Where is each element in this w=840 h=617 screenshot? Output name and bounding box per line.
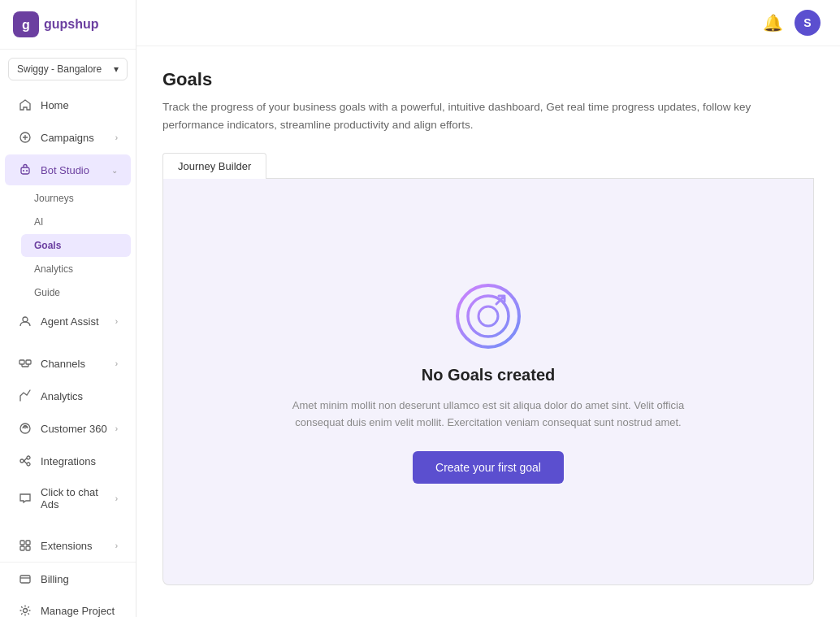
sidebar-item-home-label: Home	[41, 99, 118, 111]
svg-point-4	[23, 170, 24, 172]
agent-assist-icon	[18, 314, 32, 328]
sidebar-item-integrations[interactable]: Integrations	[5, 445, 131, 476]
logo-icon: g	[13, 11, 39, 37]
sidebar-item-bot-studio-label: Bot Studio	[41, 164, 103, 176]
sidebar-item-extensions[interactable]: Extensions ›	[5, 530, 131, 561]
customer360-chevron: ›	[115, 424, 118, 433]
sidebar-item-manage-project-label: Manage Project	[41, 605, 118, 617]
sidebar-sub-analytics[interactable]: Analytics	[21, 258, 131, 280]
sidebar-item-analytics[interactable]: Analytics	[5, 380, 131, 411]
svg-point-19	[24, 609, 28, 613]
click-to-chat-chevron: ›	[115, 494, 118, 503]
svg-point-22	[478, 306, 498, 326]
sidebar-item-analytics-label: Analytics	[41, 390, 118, 402]
sidebar-sub-goals[interactable]: Goals	[21, 234, 131, 257]
workspace-chevron: ▾	[114, 63, 119, 75]
no-goals-description: Amet minim mollit non deserunt ullamco e…	[285, 398, 691, 432]
svg-text:g: g	[22, 18, 30, 32]
svg-rect-8	[26, 360, 31, 364]
sidebar-bottom: Billing Manage Project	[0, 562, 136, 617]
page-content: Goals Track the progress of your busines…	[136, 46, 840, 617]
tab-journey-builder[interactable]: Journey Builder	[162, 153, 266, 179]
page-title: Goals	[162, 69, 814, 90]
bot-studio-icon	[18, 163, 32, 177]
campaigns-chevron: ›	[115, 133, 118, 142]
sidebar-item-channels[interactable]: Channels ›	[5, 348, 131, 379]
svg-point-13	[27, 463, 30, 466]
tab-bar: Journey Builder	[162, 153, 814, 179]
guide-label: Guide	[34, 287, 60, 298]
svg-rect-14	[20, 541, 24, 545]
sidebar-sub-journeys[interactable]: Journeys	[21, 187, 131, 210]
svg-point-10	[24, 426, 27, 428]
bot-studio-chevron: ⌄	[111, 166, 118, 175]
svg-point-11	[20, 459, 24, 463]
sidebar-item-manage-project[interactable]: Manage Project	[5, 595, 131, 617]
workspace-label: Swiggy - Bangalore	[17, 63, 102, 75]
customer360-icon	[18, 421, 32, 436]
sidebar-sub-ai[interactable]: AI	[21, 211, 131, 233]
page-description: Track the progress of your business goal…	[162, 98, 814, 133]
svg-rect-3	[21, 167, 29, 174]
sidebar-item-campaigns[interactable]: Campaigns ›	[5, 122, 131, 153]
sidebar-item-click-to-chat-label: Click to chat Ads	[41, 486, 107, 511]
billing-icon	[18, 571, 32, 586]
sidebar-item-agent-assist[interactable]: Agent Assist ›	[5, 306, 131, 337]
channels-icon	[18, 356, 32, 371]
svg-point-5	[26, 170, 28, 172]
no-goals-title: No Goals created	[422, 366, 556, 385]
extensions-chevron: ›	[115, 541, 118, 550]
svg-rect-18	[20, 576, 30, 583]
svg-rect-17	[26, 546, 30, 550]
goals-content-area: No Goals created Amet minim mollit non d…	[162, 179, 814, 585]
sidebar-item-home[interactable]: Home	[5, 89, 131, 120]
sidebar-item-channels-label: Channels	[41, 358, 107, 370]
sidebar-sub-guide[interactable]: Guide	[21, 281, 131, 304]
bot-studio-submenu: Journeys AI Goals Analytics Guide	[0, 186, 136, 305]
sidebar-item-agent-assist-label: Agent Assist	[41, 315, 107, 328]
svg-point-12	[27, 456, 30, 459]
home-icon	[18, 98, 32, 112]
agent-assist-chevron: ›	[115, 317, 118, 326]
manage-project-icon	[18, 603, 32, 617]
user-avatar[interactable]: S	[795, 10, 821, 36]
click-to-chat-icon	[18, 491, 32, 506]
logo-text: gupshup	[44, 17, 99, 32]
sidebar-item-billing-label: Billing	[41, 573, 118, 585]
svg-rect-15	[26, 541, 30, 545]
channels-chevron: ›	[115, 359, 118, 368]
sidebar-item-bot-studio[interactable]: Bot Studio ⌄	[5, 154, 131, 185]
no-goals-icon	[452, 280, 525, 353]
analytics-sub-label: Analytics	[34, 263, 73, 275]
sidebar-item-campaigns-label: Campaigns	[41, 132, 107, 144]
create-first-goal-button[interactable]: Create your first goal	[413, 451, 564, 484]
main-content: 🔔 S Goals Track the progress of your bus…	[136, 0, 840, 617]
tab-journey-builder-label: Journey Builder	[178, 160, 251, 172]
empty-state: No Goals created Amet minim mollit non d…	[253, 231, 724, 532]
svg-point-6	[23, 317, 28, 322]
svg-rect-16	[20, 546, 24, 550]
extensions-icon	[18, 538, 32, 553]
ai-label: AI	[34, 216, 43, 228]
sidebar-item-billing[interactable]: Billing	[5, 563, 131, 594]
avatar-letter: S	[803, 16, 811, 29]
sidebar-item-customer360-label: Customer 360	[41, 423, 107, 435]
topbar: 🔔 S	[136, 0, 840, 46]
sidebar: g gupshup Swiggy - Bangalore ▾ Home Camp…	[0, 0, 136, 617]
logo: g gupshup	[0, 0, 136, 50]
workspace-selector[interactable]: Swiggy - Bangalore ▾	[8, 58, 128, 80]
sidebar-item-extensions-label: Extensions	[41, 540, 107, 552]
analytics-icon	[18, 389, 32, 403]
sidebar-item-customer360[interactable]: Customer 360 ›	[5, 413, 131, 444]
campaigns-icon	[18, 130, 32, 145]
journeys-label: Journeys	[34, 193, 74, 204]
notification-bell-icon[interactable]: 🔔	[763, 13, 783, 33]
sidebar-item-click-to-chat[interactable]: Click to chat Ads ›	[5, 478, 131, 519]
svg-point-21	[468, 296, 509, 337]
sidebar-item-integrations-label: Integrations	[41, 455, 118, 467]
integrations-icon	[18, 454, 32, 468]
svg-rect-7	[19, 360, 24, 364]
goals-label: Goals	[34, 240, 61, 251]
